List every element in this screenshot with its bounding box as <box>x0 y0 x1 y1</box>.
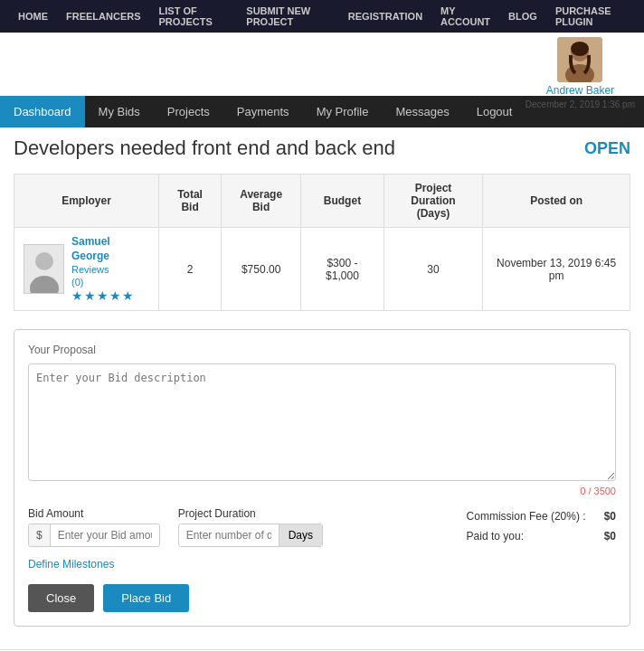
project-title: Developers needed front end and back end <box>14 137 395 160</box>
posted-on-cell: November 13, 2019 6:45 pm <box>483 228 630 311</box>
total-bid-cell: 2 <box>159 228 222 311</box>
employer-review-count: (0) <box>71 277 83 288</box>
bid-row: Bid Amount $ Project Duration Days Commi… <box>28 507 616 547</box>
header-area: Andrew Baker December 2, 2019 1:36 pm <box>0 33 644 96</box>
bid-prefix: $ <box>29 524 51 546</box>
dash-nav-logout[interactable]: Logout <box>463 96 526 127</box>
col-posted-on: Posted on <box>483 175 630 228</box>
user-date: December 2, 2019 1:36 pm <box>526 99 635 109</box>
dash-nav-payments[interactable]: Payments <box>223 96 303 127</box>
nav-list-projects[interactable]: LIST OF PROJECTS <box>150 5 238 27</box>
char-count: 0 / 3500 <box>28 486 616 496</box>
col-budget: Budget <box>301 175 384 228</box>
col-employer: Employer <box>14 175 159 228</box>
bid-amount-group: Bid Amount $ <box>28 507 160 547</box>
project-title-row: Developers needed front end and back end… <box>14 137 630 160</box>
proposal-label: Your Proposal <box>28 344 616 356</box>
table-row: Samuel George Reviews (0) ★★★★★ 2 $750.0… <box>14 228 630 311</box>
employer-name[interactable]: Samuel George <box>71 235 110 262</box>
paid-label: Paid to you: <box>467 527 524 547</box>
commission-fee-value: $0 <box>604 507 616 527</box>
col-total-bid: Total Bid <box>159 175 222 228</box>
milestones-link[interactable]: Define Milestones <box>28 558 616 571</box>
btn-row: Close Place Bid <box>28 584 616 612</box>
nav-purchase-plugin[interactable]: PURCHASE PLUGIN <box>546 5 635 27</box>
top-navigation: HOME FREELANCERS LIST OF PROJECTS SUBMIT… <box>0 0 644 33</box>
paid-value: $0 <box>604 527 616 547</box>
commission-box: Commission Fee (20%) : $0 Paid to you: $… <box>467 507 616 546</box>
nav-freelancers[interactable]: FREELANCERS <box>57 11 150 22</box>
proposal-box: Your Proposal 0 / 3500 Bid Amount $ Proj… <box>14 329 630 627</box>
close-button[interactable]: Close <box>28 584 94 612</box>
dash-nav-mybids[interactable]: My Bids <box>85 96 154 127</box>
nav-submit-project[interactable]: SUBMIT NEW PROJECT <box>237 5 339 27</box>
duration-input[interactable] <box>179 524 279 546</box>
days-button[interactable]: Days <box>279 524 322 546</box>
employer-stars: ★★★★★ <box>71 288 135 303</box>
employer-info: Samuel George Reviews (0) ★★★★★ <box>71 235 149 303</box>
nav-home[interactable]: HOME <box>9 11 57 22</box>
nav-blog[interactable]: BLOG <box>499 11 546 22</box>
col-average-bid: Average Bid <box>222 175 301 228</box>
duration-group: Project Duration Days <box>178 507 323 547</box>
employer-avatar <box>24 244 64 294</box>
paid-to-you-row: Paid to you: $0 <box>467 527 616 547</box>
average-bid-cell: $750.00 <box>222 228 301 311</box>
page-content: Developers needed front end and back end… <box>0 127 644 649</box>
duration-cell: 30 <box>384 228 483 311</box>
dash-nav-dashboard[interactable]: Dashboard <box>0 96 85 127</box>
duration-label: Project Duration <box>178 507 323 520</box>
dash-nav-messages[interactable]: Messages <box>382 96 462 127</box>
employer-reviews-label[interactable]: Reviews <box>71 264 109 275</box>
commission-fee-label: Commission Fee (20%) : <box>467 507 586 527</box>
bid-amount-input[interactable] <box>51 524 159 546</box>
user-profile-top[interactable]: Andrew Baker December 2, 2019 1:36 pm <box>526 37 635 110</box>
bid-amount-input-wrap: $ <box>28 524 160 547</box>
proposal-textarea[interactable] <box>28 363 616 481</box>
dash-nav-myprofile[interactable]: My Profile <box>303 96 383 127</box>
svg-point-3 <box>571 42 589 56</box>
col-duration: Project Duration(Days) <box>384 175 483 228</box>
budget-cell: $300 - $1,000 <box>301 228 384 311</box>
svg-point-5 <box>35 252 53 270</box>
bid-amount-label: Bid Amount <box>28 507 160 520</box>
project-table: Employer Total Bid Average Bid Budget Pr… <box>14 174 630 311</box>
avatar <box>557 37 602 82</box>
project-status-badge: OPEN <box>584 139 630 158</box>
dash-nav-projects[interactable]: Projects <box>154 96 223 127</box>
place-bid-button[interactable]: Place Bid <box>103 584 189 612</box>
duration-input-wrap: Days <box>178 524 323 547</box>
nav-registration[interactable]: REGISTRATION <box>339 11 431 22</box>
user-name[interactable]: Andrew Baker <box>526 84 635 97</box>
nav-my-account[interactable]: MY ACCOUNT <box>431 5 499 27</box>
employer-cell: Samuel George Reviews (0) ★★★★★ <box>14 228 159 311</box>
commission-fee-row: Commission Fee (20%) : $0 <box>467 507 616 527</box>
